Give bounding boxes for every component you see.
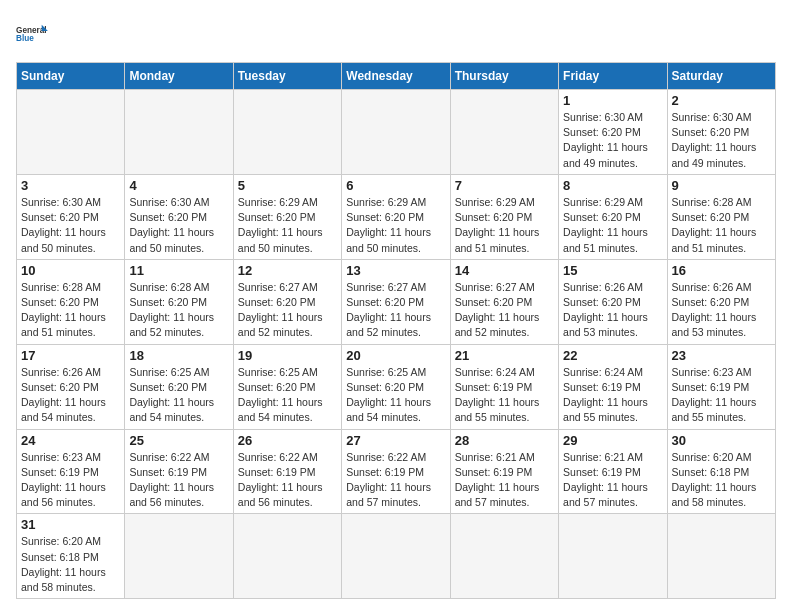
day-number: 28: [455, 433, 554, 448]
day-info: Sunrise: 6:27 AM Sunset: 6:20 PM Dayligh…: [346, 280, 445, 341]
calendar-cell: 14Sunrise: 6:27 AM Sunset: 6:20 PM Dayli…: [450, 259, 558, 344]
calendar-cell: 7Sunrise: 6:29 AM Sunset: 6:20 PM Daylig…: [450, 174, 558, 259]
day-info: Sunrise: 6:26 AM Sunset: 6:20 PM Dayligh…: [563, 280, 662, 341]
day-info: Sunrise: 6:29 AM Sunset: 6:20 PM Dayligh…: [346, 195, 445, 256]
day-number: 4: [129, 178, 228, 193]
calendar-cell: 15Sunrise: 6:26 AM Sunset: 6:20 PM Dayli…: [559, 259, 667, 344]
calendar-cell: 12Sunrise: 6:27 AM Sunset: 6:20 PM Dayli…: [233, 259, 341, 344]
col-header-wednesday: Wednesday: [342, 63, 450, 90]
day-number: 12: [238, 263, 337, 278]
calendar-cell: 17Sunrise: 6:26 AM Sunset: 6:20 PM Dayli…: [17, 344, 125, 429]
calendar-cell: 16Sunrise: 6:26 AM Sunset: 6:20 PM Dayli…: [667, 259, 775, 344]
calendar-cell: 3Sunrise: 6:30 AM Sunset: 6:20 PM Daylig…: [17, 174, 125, 259]
day-info: Sunrise: 6:29 AM Sunset: 6:20 PM Dayligh…: [238, 195, 337, 256]
calendar-cell: 1Sunrise: 6:30 AM Sunset: 6:20 PM Daylig…: [559, 90, 667, 175]
calendar-cell: [125, 514, 233, 599]
day-info: Sunrise: 6:30 AM Sunset: 6:20 PM Dayligh…: [563, 110, 662, 171]
day-info: Sunrise: 6:20 AM Sunset: 6:18 PM Dayligh…: [672, 450, 771, 511]
day-info: Sunrise: 6:28 AM Sunset: 6:20 PM Dayligh…: [672, 195, 771, 256]
day-number: 26: [238, 433, 337, 448]
logo-svg: GeneralBlue: [16, 16, 52, 52]
logo: GeneralBlue: [16, 16, 52, 52]
calendar-cell: 21Sunrise: 6:24 AM Sunset: 6:19 PM Dayli…: [450, 344, 558, 429]
calendar-table: SundayMondayTuesdayWednesdayThursdayFrid…: [16, 62, 776, 599]
day-info: Sunrise: 6:21 AM Sunset: 6:19 PM Dayligh…: [455, 450, 554, 511]
day-number: 2: [672, 93, 771, 108]
day-number: 7: [455, 178, 554, 193]
calendar-cell: 4Sunrise: 6:30 AM Sunset: 6:20 PM Daylig…: [125, 174, 233, 259]
day-number: 13: [346, 263, 445, 278]
calendar-cell: 9Sunrise: 6:28 AM Sunset: 6:20 PM Daylig…: [667, 174, 775, 259]
day-number: 10: [21, 263, 120, 278]
header: GeneralBlue: [16, 16, 776, 52]
day-number: 25: [129, 433, 228, 448]
day-number: 19: [238, 348, 337, 363]
calendar-cell: 8Sunrise: 6:29 AM Sunset: 6:20 PM Daylig…: [559, 174, 667, 259]
calendar-cell: 6Sunrise: 6:29 AM Sunset: 6:20 PM Daylig…: [342, 174, 450, 259]
calendar-header-row: SundayMondayTuesdayWednesdayThursdayFrid…: [17, 63, 776, 90]
day-info: Sunrise: 6:30 AM Sunset: 6:20 PM Dayligh…: [129, 195, 228, 256]
calendar-week-row: 10Sunrise: 6:28 AM Sunset: 6:20 PM Dayli…: [17, 259, 776, 344]
calendar-cell: 19Sunrise: 6:25 AM Sunset: 6:20 PM Dayli…: [233, 344, 341, 429]
svg-text:Blue: Blue: [16, 34, 34, 43]
calendar-cell: 24Sunrise: 6:23 AM Sunset: 6:19 PM Dayli…: [17, 429, 125, 514]
day-info: Sunrise: 6:22 AM Sunset: 6:19 PM Dayligh…: [238, 450, 337, 511]
day-number: 17: [21, 348, 120, 363]
day-number: 6: [346, 178, 445, 193]
day-info: Sunrise: 6:25 AM Sunset: 6:20 PM Dayligh…: [238, 365, 337, 426]
day-number: 3: [21, 178, 120, 193]
calendar-cell: 29Sunrise: 6:21 AM Sunset: 6:19 PM Dayli…: [559, 429, 667, 514]
calendar-cell: [17, 90, 125, 175]
day-info: Sunrise: 6:30 AM Sunset: 6:20 PM Dayligh…: [672, 110, 771, 171]
calendar-cell: 10Sunrise: 6:28 AM Sunset: 6:20 PM Dayli…: [17, 259, 125, 344]
calendar-cell: 2Sunrise: 6:30 AM Sunset: 6:20 PM Daylig…: [667, 90, 775, 175]
calendar-cell: [125, 90, 233, 175]
day-info: Sunrise: 6:26 AM Sunset: 6:20 PM Dayligh…: [672, 280, 771, 341]
day-number: 20: [346, 348, 445, 363]
calendar-cell: 22Sunrise: 6:24 AM Sunset: 6:19 PM Dayli…: [559, 344, 667, 429]
calendar-cell: [342, 514, 450, 599]
calendar-cell: [450, 514, 558, 599]
calendar-cell: 30Sunrise: 6:20 AM Sunset: 6:18 PM Dayli…: [667, 429, 775, 514]
day-info: Sunrise: 6:24 AM Sunset: 6:19 PM Dayligh…: [455, 365, 554, 426]
day-number: 5: [238, 178, 337, 193]
calendar-week-row: 31Sunrise: 6:20 AM Sunset: 6:18 PM Dayli…: [17, 514, 776, 599]
day-info: Sunrise: 6:22 AM Sunset: 6:19 PM Dayligh…: [346, 450, 445, 511]
calendar-cell: 13Sunrise: 6:27 AM Sunset: 6:20 PM Dayli…: [342, 259, 450, 344]
day-info: Sunrise: 6:23 AM Sunset: 6:19 PM Dayligh…: [672, 365, 771, 426]
calendar-cell: 25Sunrise: 6:22 AM Sunset: 6:19 PM Dayli…: [125, 429, 233, 514]
calendar-week-row: 17Sunrise: 6:26 AM Sunset: 6:20 PM Dayli…: [17, 344, 776, 429]
calendar-cell: 11Sunrise: 6:28 AM Sunset: 6:20 PM Dayli…: [125, 259, 233, 344]
calendar-cell: 18Sunrise: 6:25 AM Sunset: 6:20 PM Dayli…: [125, 344, 233, 429]
col-header-sunday: Sunday: [17, 63, 125, 90]
col-header-thursday: Thursday: [450, 63, 558, 90]
day-number: 8: [563, 178, 662, 193]
day-info: Sunrise: 6:29 AM Sunset: 6:20 PM Dayligh…: [455, 195, 554, 256]
day-number: 18: [129, 348, 228, 363]
calendar-cell: [450, 90, 558, 175]
col-header-saturday: Saturday: [667, 63, 775, 90]
calendar-cell: [342, 90, 450, 175]
calendar-cell: 28Sunrise: 6:21 AM Sunset: 6:19 PM Dayli…: [450, 429, 558, 514]
day-number: 29: [563, 433, 662, 448]
day-number: 16: [672, 263, 771, 278]
day-info: Sunrise: 6:26 AM Sunset: 6:20 PM Dayligh…: [21, 365, 120, 426]
day-number: 30: [672, 433, 771, 448]
day-number: 11: [129, 263, 228, 278]
calendar-cell: [233, 90, 341, 175]
calendar-week-row: 1Sunrise: 6:30 AM Sunset: 6:20 PM Daylig…: [17, 90, 776, 175]
day-info: Sunrise: 6:20 AM Sunset: 6:18 PM Dayligh…: [21, 534, 120, 595]
col-header-monday: Monday: [125, 63, 233, 90]
day-info: Sunrise: 6:23 AM Sunset: 6:19 PM Dayligh…: [21, 450, 120, 511]
day-info: Sunrise: 6:22 AM Sunset: 6:19 PM Dayligh…: [129, 450, 228, 511]
col-header-tuesday: Tuesday: [233, 63, 341, 90]
day-number: 22: [563, 348, 662, 363]
calendar-cell: [233, 514, 341, 599]
day-number: 1: [563, 93, 662, 108]
calendar-cell: 27Sunrise: 6:22 AM Sunset: 6:19 PM Dayli…: [342, 429, 450, 514]
day-number: 9: [672, 178, 771, 193]
calendar-cell: [559, 514, 667, 599]
day-info: Sunrise: 6:28 AM Sunset: 6:20 PM Dayligh…: [129, 280, 228, 341]
calendar-cell: 31Sunrise: 6:20 AM Sunset: 6:18 PM Dayli…: [17, 514, 125, 599]
calendar-cell: [667, 514, 775, 599]
